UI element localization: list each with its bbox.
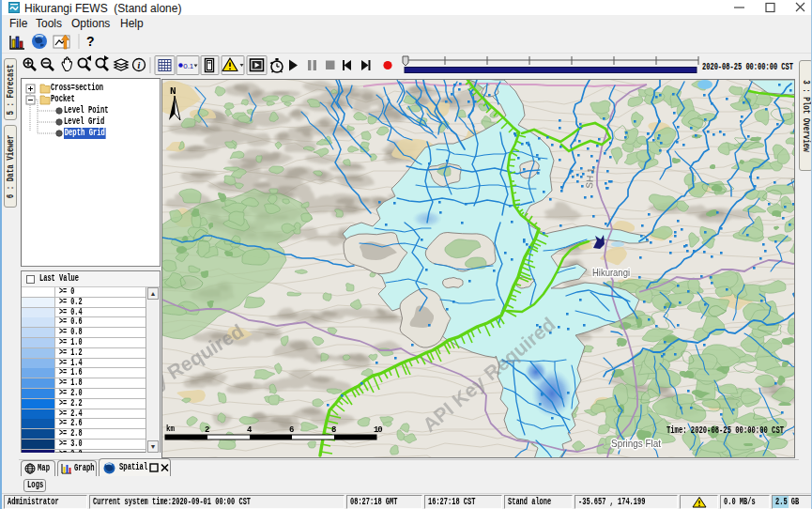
- svg-text:0.1: 0.1: [183, 62, 194, 70]
- svg-text:Time: 2020-08-25 00:00:00 CST: Time: 2020-08-25 00:00:00 CST: [666, 424, 784, 436]
- svg-text:N: N: [170, 85, 176, 97]
- svg-text:Hikurangi: Hikurangi: [592, 267, 630, 278]
- svg-text:km: km: [166, 424, 175, 434]
- svg-text:2020-08-25 00:00:00 CST: 2020-08-25 00:00:00 CST: [702, 61, 793, 72]
- svg-text:?: ?: [86, 34, 95, 49]
- svg-text:SH 1: SH 1: [584, 167, 596, 190]
- svg-text:i: i: [138, 60, 141, 70]
- svg-text:10: 10: [374, 425, 382, 435]
- svg-text:Springs Flat: Springs Flat: [611, 438, 662, 449]
